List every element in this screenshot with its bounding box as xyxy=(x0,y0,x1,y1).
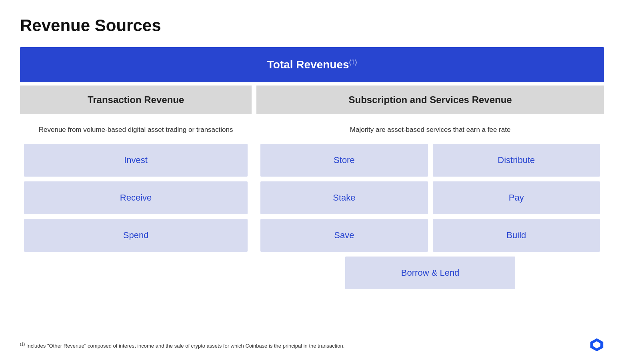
transaction-description: Revenue from volume-based digital asset … xyxy=(20,117,252,144)
pay-button[interactable]: Pay xyxy=(433,181,600,214)
total-revenues-superscript: (1) xyxy=(349,59,357,66)
footnote-text: Includes "Other Revenue" composed of int… xyxy=(26,343,344,349)
store-button[interactable]: Store xyxy=(260,144,428,177)
subscription-column: Subscription and Services Revenue Majori… xyxy=(256,86,604,289)
transaction-buttons: Invest Receive Spend xyxy=(20,144,252,252)
footnote: (1) Includes "Other Revenue" composed of… xyxy=(20,341,592,350)
subscription-description: Majority are asset-based services that e… xyxy=(256,117,604,144)
subscription-header: Subscription and Services Revenue xyxy=(256,86,604,114)
total-revenues-label: Total Revenues xyxy=(267,58,349,71)
coinbase-logo xyxy=(590,338,604,352)
spend-button[interactable]: Spend xyxy=(24,219,248,252)
invest-button[interactable]: Invest xyxy=(24,144,248,177)
footnote-superscript: (1) xyxy=(20,342,25,346)
distribute-button[interactable]: Distribute xyxy=(433,144,600,177)
columns-wrapper: Transaction Revenue Revenue from volume-… xyxy=(20,86,604,289)
total-revenues-bar: Total Revenues(1) xyxy=(20,47,604,82)
save-button[interactable]: Save xyxy=(260,219,428,252)
subscription-buttons-grid: Store Distribute Stake Pay Save Build Bo… xyxy=(256,144,604,289)
receive-button[interactable]: Receive xyxy=(24,181,248,214)
borrow-lend-button[interactable]: Borrow & Lend xyxy=(345,257,515,289)
build-button[interactable]: Build xyxy=(433,219,600,252)
stake-button[interactable]: Stake xyxy=(260,181,428,214)
page-title: Revenue Sources xyxy=(20,16,604,35)
transaction-column: Transaction Revenue Revenue from volume-… xyxy=(20,86,252,289)
transaction-header: Transaction Revenue xyxy=(20,86,252,114)
borrow-lend-wrapper: Borrow & Lend xyxy=(260,257,600,289)
